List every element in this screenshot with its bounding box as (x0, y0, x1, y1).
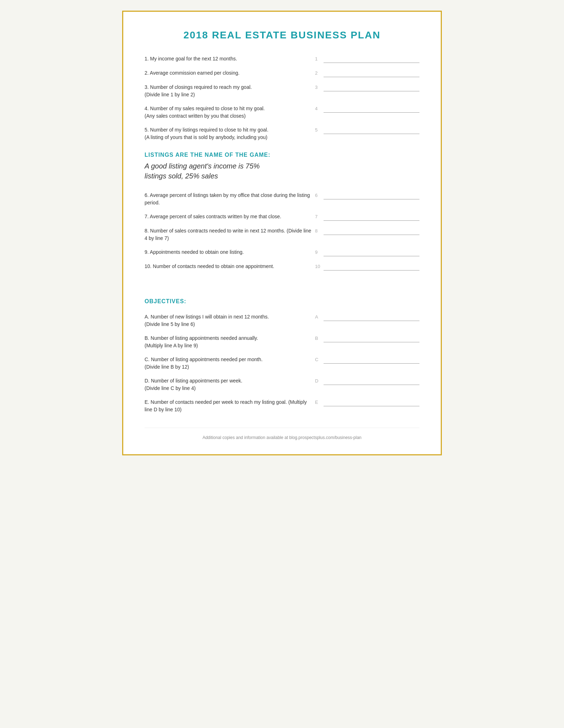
italic-tagline: A good listing agent's income is 75% lis… (145, 161, 419, 181)
objective-row-E: E. Number of contacts needed per week to… (145, 398, 419, 413)
objective-row-B: B. Number of listing appointments needed… (145, 334, 419, 349)
answer-line-1[interactable] (324, 57, 419, 63)
answer-area-A: A (315, 313, 419, 321)
answer-area-7: 7 (315, 213, 419, 221)
answer-area-4: 4 (315, 105, 419, 113)
question-row-7: 7. Average percent of sales contracts wr… (145, 213, 419, 221)
question-text-5: 5. Number of my listings required to clo… (145, 126, 315, 141)
line-number-10: 10 (315, 263, 321, 269)
answer-area-2: 2 (315, 69, 419, 77)
question-row-6: 6. Average percent of listings taken by … (145, 192, 419, 207)
question-text-4: 4. Number of my sales required to close … (145, 105, 315, 120)
question-row-4: 4. Number of my sales required to close … (145, 105, 419, 120)
objective-row-C: C. Number of listing appointments needed… (145, 356, 419, 371)
answer-line-C[interactable] (324, 357, 419, 364)
line-number-B: B (315, 335, 321, 341)
question-row-3: 3. Number of closings required to reach … (145, 84, 419, 98)
footer: Additional copies and information availa… (145, 428, 419, 440)
question-text-2: 2. Average commission earned per closing… (145, 69, 315, 77)
answer-area-D: D (315, 377, 419, 385)
objective-row-A: A. Number of new listings I will obtain … (145, 313, 419, 328)
answer-area-8: 8 (315, 227, 419, 235)
answer-line-4[interactable] (324, 106, 419, 113)
line-number-9: 9 (315, 249, 321, 255)
line-number-6: 6 (315, 192, 321, 198)
question-row-2: 2. Average commission earned per closing… (145, 69, 419, 77)
line-number-7: 7 (315, 214, 321, 219)
line-number-A: A (315, 314, 321, 320)
answer-line-8[interactable] (324, 229, 419, 235)
line-number-1: 1 (315, 56, 321, 61)
question-text-6: 6. Average percent of listings taken by … (145, 192, 315, 207)
section-heading-listings: LISTINGS ARE THE NAME OF THE GAME: (145, 152, 419, 158)
line-number-E: E (315, 399, 321, 405)
line-number-8: 8 (315, 228, 321, 234)
question-text-1: 1. My income goal for the next 12 months… (145, 55, 315, 63)
answer-line-A[interactable] (324, 315, 419, 321)
italic-line-1: A good listing agent's income is 75% (145, 162, 260, 170)
objective-text-C: C. Number of listing appointments needed… (145, 356, 315, 371)
question-row-5: 5. Number of my listings required to clo… (145, 126, 419, 141)
page-title: 2018 REAL ESTATE BUSINESS PLAN (145, 30, 419, 41)
question-text-3: 3. Number of closings required to reach … (145, 84, 315, 98)
line-number-3: 3 (315, 84, 321, 90)
line-number-4: 4 (315, 106, 321, 111)
answer-line-E[interactable] (324, 400, 419, 406)
answer-line-10[interactable] (324, 264, 419, 271)
answer-area-B: B (315, 334, 419, 342)
answer-line-3[interactable] (324, 85, 419, 91)
answer-line-9[interactable] (324, 250, 419, 256)
question-row-1: 1. My income goal for the next 12 months… (145, 55, 419, 63)
objective-text-E: E. Number of contacts needed per week to… (145, 398, 315, 413)
answer-area-E: E (315, 398, 419, 406)
answer-area-6: 6 (315, 192, 419, 199)
question-text-8: 8. Number of sales contracts needed to w… (145, 227, 315, 242)
answer-area-10: 10 (315, 263, 419, 271)
objective-row-D: D. Number of listing appointments per we… (145, 377, 419, 392)
footer-text: Additional copies and information availa… (202, 435, 362, 440)
answer-line-B[interactable] (324, 336, 419, 342)
objective-text-B: B. Number of listing appointments needed… (145, 334, 315, 349)
answer-line-D[interactable] (324, 379, 419, 385)
line-number-2: 2 (315, 70, 321, 76)
answer-area-5: 5 (315, 126, 419, 134)
question-row-8: 8. Number of sales contracts needed to w… (145, 227, 419, 242)
answer-line-5[interactable] (324, 128, 419, 134)
question-text-9: 9. Appointments needed to obtain one lis… (145, 248, 315, 256)
italic-line-2: listings sold, 25% sales (145, 172, 218, 180)
line-number-C: C (315, 357, 321, 362)
question-row-9: 9. Appointments needed to obtain one lis… (145, 248, 419, 256)
section-heading-objectives: OBJECTIVES: (145, 298, 419, 305)
question-text-10: 10. Number of contacts needed to obtain … (145, 263, 315, 270)
answer-area-1: 1 (315, 55, 419, 63)
answer-area-3: 3 (315, 84, 419, 91)
question-row-10: 10. Number of contacts needed to obtain … (145, 263, 419, 271)
line-number-D: D (315, 378, 321, 384)
page: 2018 REAL ESTATE BUSINESS PLAN 1. My inc… (122, 11, 442, 455)
objective-text-D: D. Number of listing appointments per we… (145, 377, 315, 392)
answer-line-7[interactable] (324, 214, 419, 221)
answer-area-9: 9 (315, 248, 419, 256)
objective-text-A: A. Number of new listings I will obtain … (145, 313, 315, 328)
line-number-5: 5 (315, 127, 321, 133)
answer-line-2[interactable] (324, 71, 419, 77)
question-text-7: 7. Average percent of sales contracts wr… (145, 213, 315, 220)
answer-area-C: C (315, 356, 419, 364)
answer-line-6[interactable] (324, 193, 419, 199)
